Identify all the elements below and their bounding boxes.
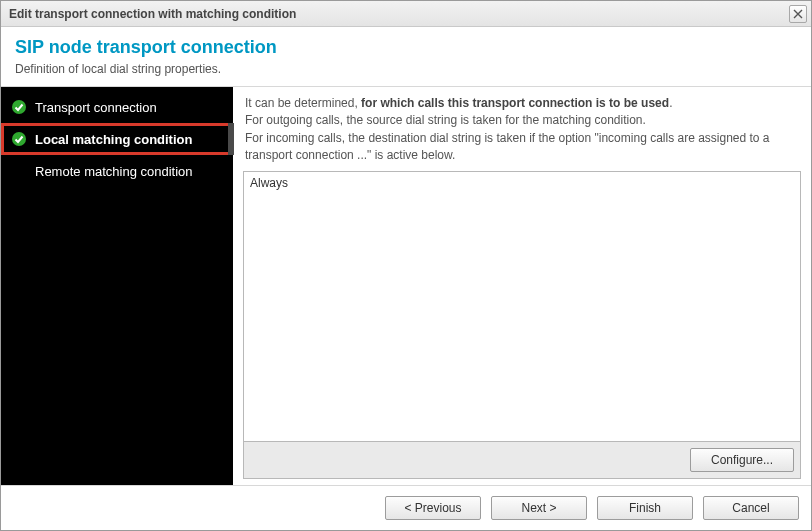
cancel-button[interactable]: Cancel [703,496,799,520]
wizard-sidebar: Transport connection Local matching cond… [1,87,233,485]
title-bar: Edit transport connection with matching … [1,1,811,27]
info-text: It can be determined, for which calls th… [243,93,801,171]
step-remote-matching-condition[interactable]: Remote matching condition [1,155,233,187]
list-item[interactable]: Always [250,176,794,190]
page-title: SIP node transport connection [15,37,797,58]
next-button[interactable]: Next > [491,496,587,520]
info-line1-suffix: . [669,96,672,110]
info-line2: For outgoing calls, the source dial stri… [245,113,646,127]
step-label: Local matching condition [35,132,192,147]
check-icon [11,99,27,115]
finish-button[interactable]: Finish [597,496,693,520]
step-label: Remote matching condition [35,164,193,179]
header-area: SIP node transport connection Definition… [1,27,811,87]
info-line1-prefix: It can be determined, [245,96,361,110]
svg-point-1 [12,132,26,146]
body-area: Transport connection Local matching cond… [1,87,811,485]
configure-button[interactable]: Configure... [690,448,794,472]
empty-icon [11,163,27,179]
previous-button[interactable]: < Previous [385,496,481,520]
dialog-window: Edit transport connection with matching … [0,0,812,531]
info-line1-bold: for which calls this transport connectio… [361,96,669,110]
info-line3: For incoming calls, the destination dial… [245,131,770,162]
window-title: Edit transport connection with matching … [9,7,789,21]
list-footer: Configure... [243,442,801,479]
footer-buttons: < Previous Next > Finish Cancel [1,485,811,530]
check-icon [11,131,27,147]
page-subtitle: Definition of local dial string properti… [15,62,797,76]
step-local-matching-condition[interactable]: Local matching condition [1,123,233,155]
main-panel: It can be determined, for which calls th… [233,87,811,485]
step-label: Transport connection [35,100,157,115]
step-transport-connection[interactable]: Transport connection [1,91,233,123]
condition-list[interactable]: Always [243,171,801,442]
close-icon [793,9,803,19]
close-button[interactable] [789,5,807,23]
svg-point-0 [12,100,26,114]
